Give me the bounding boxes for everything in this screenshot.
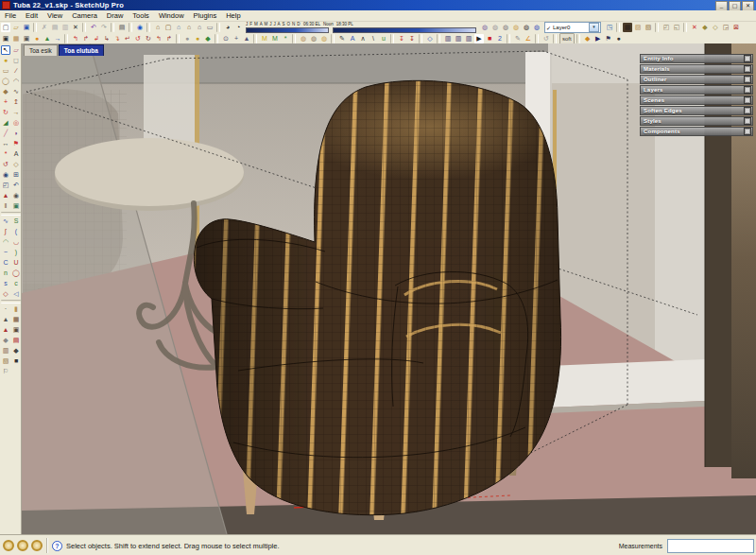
offset-tool[interactable]: ◎ <box>11 118 21 128</box>
diamond-blue-icon[interactable]: ◇ <box>425 34 435 43</box>
sphere-dark-icon[interactable]: ● <box>614 34 624 43</box>
hook-tool-icon-6[interactable]: ↵ <box>123 34 132 43</box>
hook-tool-icon-7[interactable]: ↺ <box>133 34 143 43</box>
bezier-tool-3[interactable]: ∫ <box>1 227 10 236</box>
title-bar[interactable]: Tuba 22_v1.skp - SketchUp Pro _▢✕ <box>0 0 756 10</box>
line-tool[interactable]: ∕ <box>11 66 21 76</box>
layer-dropdown[interactable]: ✓ Layer0 ▾ <box>544 22 601 33</box>
layer-manager-icon[interactable]: ◳ <box>605 23 614 32</box>
expand-panel-icon[interactable] <box>744 96 751 104</box>
sandbox-tool-13[interactable]: ⚐ <box>1 367 10 376</box>
text-tool[interactable]: ⚑ <box>11 139 21 148</box>
expand-panel-icon[interactable] <box>744 65 751 73</box>
sep[interactable] <box>292 34 296 43</box>
panel-components[interactable]: Components <box>640 127 753 136</box>
scale-tool[interactable]: ◢ <box>1 118 10 128</box>
drop-red-icon-2[interactable]: ↧ <box>407 34 417 43</box>
shadow-toolbar[interactable]: J F M A M J J A S O N D 06:30 EL Noon 18… <box>246 22 476 33</box>
bezier-tool-1[interactable]: ∿ <box>1 217 10 226</box>
sandbox-tool-8[interactable]: ▤ <box>11 336 21 345</box>
tab-toa-elutuba[interactable]: Toa elutuba <box>59 44 104 56</box>
fog-icon-1[interactable]: ◍ <box>490 23 500 32</box>
sep[interactable] <box>535 34 539 43</box>
protractor-orange-icon[interactable]: ∠ <box>524 34 533 43</box>
material-m-icon-2[interactable]: M <box>270 34 280 43</box>
panel-entity-info[interactable]: Entity Info <box>640 54 753 63</box>
delete-component-icon[interactable]: ⊠ <box>731 23 741 32</box>
dimension-tool[interactable]: ↔ <box>1 139 10 148</box>
menu-file[interactable]: File <box>0 11 21 20</box>
hook-tool-icon-1[interactable]: ↰ <box>71 34 80 43</box>
two-point-view-icon[interactable]: ▭ <box>205 23 215 32</box>
menu-window[interactable]: Window <box>154 11 189 20</box>
expand-panel-icon[interactable] <box>744 86 751 94</box>
panel-outliner[interactable]: Outliner <box>640 75 753 84</box>
sep[interactable] <box>507 34 510 43</box>
sep[interactable] <box>616 23 620 32</box>
sep[interactable] <box>553 34 557 43</box>
pencil-icon[interactable]: ✎ <box>337 34 347 43</box>
hook-tool-icon-4[interactable]: ↳ <box>102 34 112 43</box>
sandbox-tool-5[interactable]: ▲ <box>1 325 10 335</box>
sep[interactable] <box>111 23 114 32</box>
rectangle-tool[interactable]: ▭ <box>1 66 10 76</box>
star-color-icon[interactable]: ◆ <box>583 34 593 43</box>
eraser2-tool[interactable]: ◻ <box>11 56 21 65</box>
paste-icon[interactable]: ▥ <box>60 23 70 32</box>
component-copy-icon[interactable]: ▧ <box>644 23 653 32</box>
eraser-tool[interactable]: ▱ <box>11 45 21 55</box>
angle-icon[interactable]: ∧ <box>358 34 368 43</box>
sep[interactable] <box>1 212 21 216</box>
sandbox-tool-6[interactable]: ▣ <box>11 325 21 335</box>
cut-icon[interactable]: ✗ <box>40 23 49 32</box>
photo-icon[interactable]: ▣ <box>22 34 31 43</box>
menu-edit[interactable]: Edit <box>21 11 43 20</box>
sandbox-tool-10[interactable]: ◆ <box>11 346 21 356</box>
shadow-ground-icon[interactable]: ◍ <box>511 23 521 32</box>
sep[interactable] <box>331 34 335 43</box>
save-icon[interactable]: ▣ <box>22 23 31 32</box>
sep[interactable] <box>129 23 132 32</box>
menu-view[interactable]: View <box>43 11 67 20</box>
drop-red-icon-1[interactable]: ↧ <box>397 34 406 43</box>
pan-tool[interactable]: ◇ <box>11 160 21 169</box>
orbit-tool[interactable]: ↺ <box>1 160 10 169</box>
sandbox-tool-1[interactable]: · <box>1 304 10 314</box>
menu-plugins[interactable]: Plugins <box>189 11 222 20</box>
flag-blue-icon[interactable]: ⚑ <box>604 34 613 43</box>
pushpull-tool[interactable]: ↥ <box>11 97 21 107</box>
geo-status-icon-3[interactable] <box>31 540 43 551</box>
sep[interactable] <box>146 23 150 32</box>
texture-icon[interactable]: ▦ <box>11 34 21 43</box>
import-icon[interactable]: → <box>53 34 62 43</box>
sandbox-tool-4[interactable]: ▦ <box>11 315 21 324</box>
move-tool[interactable]: + <box>1 97 10 107</box>
target-icon[interactable]: ⊙ <box>221 34 231 43</box>
hook-tool-icon-10[interactable]: ↱ <box>164 34 174 43</box>
ball-tan-icon[interactable]: ◍ <box>299 34 308 43</box>
sep[interactable] <box>253 34 257 43</box>
panel-soften-edges[interactable]: Soften Edges <box>640 106 753 115</box>
sandbox-tool-7[interactable]: ◆ <box>1 336 10 345</box>
bezier-tool-2[interactable]: S <box>11 217 21 226</box>
sep[interactable] <box>683 23 687 32</box>
record-icon[interactable]: ■ <box>485 34 494 43</box>
sep[interactable] <box>33 23 37 32</box>
followme-tool[interactable]: → <box>11 108 21 117</box>
textured-style-icon[interactable]: ◔ <box>233 23 243 32</box>
refresh-icon[interactable]: ↺ <box>541 34 551 43</box>
shaded-style-icon[interactable]: ◕ <box>223 23 232 32</box>
panel-layers[interactable]: Layers <box>640 85 753 95</box>
sep[interactable] <box>176 34 180 43</box>
explode-icon[interactable]: ✕ <box>690 23 699 32</box>
sandbox-tool-12[interactable]: ■ <box>11 356 21 366</box>
zoom-extents-tool[interactable]: ◰ <box>1 181 10 190</box>
bezier-tool-15[interactable]: ◇ <box>1 289 10 299</box>
bezier-tool-8[interactable]: ) <box>11 248 21 257</box>
panel-materials[interactable]: Materials <box>640 64 753 74</box>
image-icon[interactable]: ▣ <box>1 34 10 43</box>
ball-gold-icon[interactable]: ◍ <box>319 34 329 43</box>
right-view-icon[interactable]: ⌂ <box>184 23 194 32</box>
sep[interactable] <box>82 23 86 32</box>
plus-tool-icon[interactable]: + <box>232 34 241 43</box>
